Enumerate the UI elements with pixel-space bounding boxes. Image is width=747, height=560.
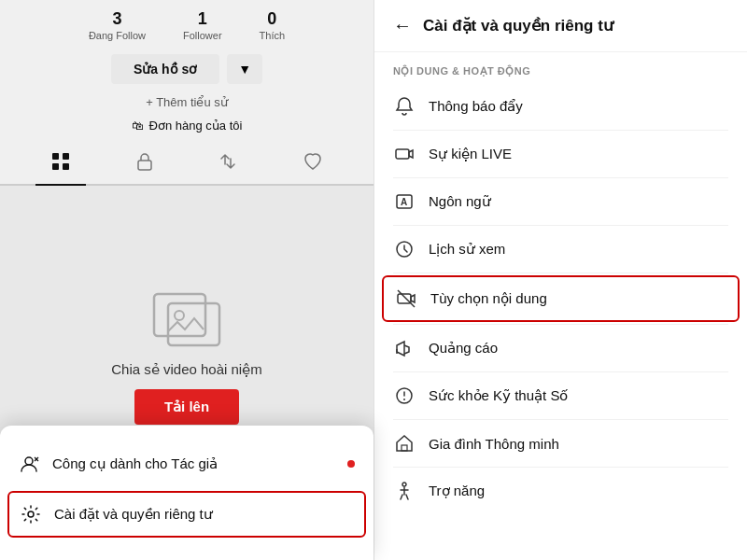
menu-item-family[interactable]: Gia đình Thông minh	[374, 420, 747, 467]
author-tools-icon	[19, 454, 39, 474]
stat-likes: 0 Thích	[260, 9, 286, 41]
followers-label: Follower	[183, 30, 222, 41]
notification-dot	[347, 460, 355, 468]
tab-repost[interactable]	[203, 146, 253, 184]
upload-button[interactable]: Tải lên	[134, 389, 239, 425]
left-panel: 3 Đang Follow 1 Follower 0 Thích Sửa hồ …	[0, 0, 374, 560]
notifications-icon	[393, 95, 416, 118]
tabs-row	[0, 138, 374, 186]
following-label: Đang Follow	[89, 30, 146, 41]
right-header: ← Cài đặt và quyền riêng tư	[374, 0, 747, 52]
svg-point-21	[403, 399, 405, 400]
section-label: NỘI DUNG & HOẠT ĐỘNG	[374, 52, 747, 83]
language-icon: A	[393, 190, 416, 213]
empty-state-icon	[149, 285, 224, 350]
likes-count: 0	[267, 9, 276, 29]
following-count: 3	[112, 9, 121, 29]
settings-label: Cài đặt và quyền riêng tư	[54, 506, 213, 523]
history-label: Lịch sử xem	[429, 241, 505, 258]
svg-rect-1	[63, 153, 69, 160]
svg-rect-2	[52, 163, 59, 170]
sheet-item-settings[interactable]: Cài đặt và quyền riêng tư	[7, 491, 366, 538]
svg-point-23	[402, 483, 406, 486]
notifications-label: Thông báo đẩy	[429, 98, 523, 115]
accessibility-icon	[393, 480, 416, 502]
menu-item-ads[interactable]: Quảng cáo	[374, 325, 747, 371]
digital-health-label: Sức khỏe Kỹ thuật Số	[429, 387, 568, 404]
svg-rect-13	[396, 149, 409, 159]
menu-item-language[interactable]: A Ngôn ngữ	[374, 178, 747, 225]
add-bio[interactable]: + Thêm tiểu sử	[0, 91, 374, 113]
language-label: Ngôn ngữ	[429, 193, 491, 210]
family-label: Gia đình Thông minh	[429, 436, 559, 452]
author-tools-label: Công cụ dành cho Tác giả	[52, 455, 218, 472]
svg-point-12	[28, 511, 34, 517]
back-button[interactable]: ←	[393, 15, 412, 36]
menu-item-history[interactable]: Lịch sử xem	[374, 226, 747, 273]
content-options-label: Tùy chọn nội dung	[430, 290, 547, 307]
edit-profile-button[interactable]: Sửa hồ sơ	[111, 54, 219, 84]
bottom-sheet: Công cụ dành cho Tác giả Cài đặt và quyề…	[0, 426, 374, 560]
dropdown-button[interactable]: ▼	[227, 54, 262, 84]
stat-following: 3 Đang Follow	[89, 9, 146, 41]
svg-point-8	[25, 457, 33, 465]
family-icon	[393, 432, 416, 455]
orders-button[interactable]: 🛍 Đơn hàng của tôi	[132, 119, 243, 133]
divider-4	[393, 273, 728, 273]
stat-followers: 1 Follower	[183, 9, 222, 41]
menu-item-accessibility[interactable]: Trợ năng	[374, 468, 747, 514]
svg-point-7	[175, 311, 184, 320]
sheet-item-author-tools[interactable]: Công cụ dành cho Tác giả	[0, 441, 374, 487]
accessibility-label: Trợ năng	[429, 483, 485, 499]
svg-rect-0	[52, 153, 59, 160]
history-icon	[393, 238, 416, 260]
right-panel-title: Cài đặt và quyền riêng tư	[423, 16, 613, 35]
svg-rect-5	[154, 294, 205, 336]
tab-lock[interactable]	[120, 146, 169, 184]
content-options-icon	[395, 287, 417, 310]
menu-item-digital-health[interactable]: Sức khỏe Kỹ thuật Số	[374, 372, 747, 419]
svg-rect-4	[138, 161, 151, 170]
svg-text:A: A	[401, 197, 407, 207]
svg-rect-22	[402, 445, 407, 451]
ads-label: Quảng cáo	[429, 340, 498, 357]
menu-item-notifications[interactable]: Thông báo đẩy	[374, 83, 747, 130]
svg-line-18	[398, 290, 415, 307]
ads-icon	[393, 337, 416, 359]
right-panel: ← Cài đặt và quyền riêng tư NỘI DUNG & H…	[374, 0, 747, 560]
profile-buttons: Sửa hồ sơ ▼	[0, 47, 374, 91]
settings-icon	[21, 504, 41, 525]
svg-rect-3	[63, 163, 69, 170]
orders-label: Đơn hàng của tôi	[149, 119, 243, 133]
empty-state-text: Chia sẻ video hoài niệm	[111, 361, 261, 378]
followers-count: 1	[198, 9, 207, 29]
live-events-label: Sự kiện LIVE	[429, 146, 512, 162]
tab-grid[interactable]	[35, 146, 86, 184]
live-events-icon	[393, 143, 416, 165]
likes-label: Thích	[260, 30, 286, 41]
profile-stats: 3 Đang Follow 1 Follower 0 Thích	[0, 0, 374, 47]
tab-likes[interactable]	[288, 146, 338, 184]
orders-section: 🛍 Đơn hàng của tôi	[0, 113, 374, 138]
digital-health-icon	[393, 385, 416, 407]
menu-item-content-options[interactable]: Tùy chọn nội dung	[382, 275, 740, 322]
orders-icon: 🛍	[132, 119, 144, 133]
menu-item-live-events[interactable]: Sự kiện LIVE	[374, 131, 747, 177]
